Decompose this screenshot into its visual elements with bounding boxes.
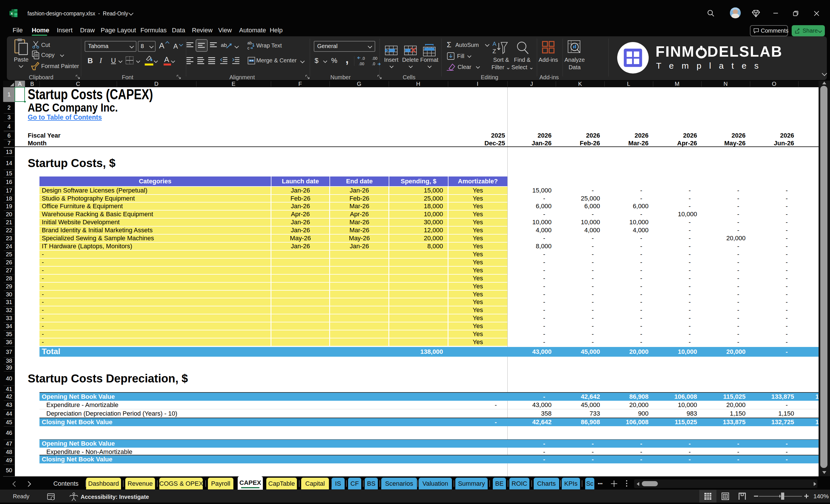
svg-text:c: c: [247, 46, 249, 50]
svg-text:.00: .00: [359, 62, 364, 66]
svg-text:x: x: [10, 11, 13, 15]
svg-text:ab: ab: [247, 41, 252, 45]
svg-text:Z: Z: [492, 48, 496, 54]
svg-text:.00: .00: [372, 56, 378, 61]
svg-text:A: A: [492, 41, 497, 47]
svg-text:.0: .0: [372, 62, 375, 66]
svg-text:.0: .0: [361, 56, 365, 61]
